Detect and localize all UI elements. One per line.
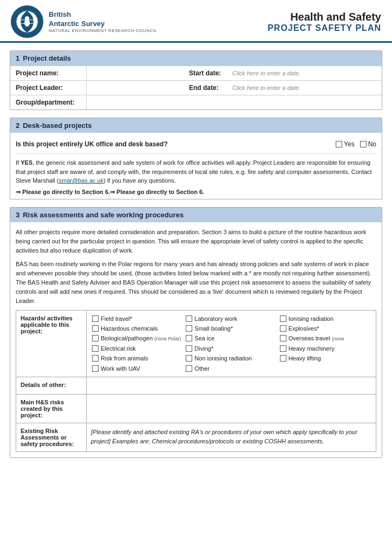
page-body: 1 Project details Project name: Start da… bbox=[0, 43, 392, 479]
desk-question-label: Is this project entirely UK office and d… bbox=[16, 140, 168, 148]
existing-ra-row: Existing Risk Assessments or safety proc… bbox=[16, 423, 376, 452]
section-2-title: Desk-based projects bbox=[23, 121, 92, 130]
electrical-label: Electrical risk bbox=[101, 345, 136, 352]
diving-checkbox[interactable] bbox=[186, 345, 192, 352]
hazard-hazardous-chemicals[interactable]: Hazardous chemicals bbox=[92, 325, 182, 332]
section-1: 1 Project details Project name: Start da… bbox=[10, 50, 382, 110]
electrical-checkbox[interactable] bbox=[92, 345, 99, 352]
section-1-number: 1 bbox=[16, 54, 19, 62]
org-name: British Antarctic Survey bbox=[49, 10, 158, 29]
hazard-field-travel[interactable]: Field travel* bbox=[92, 315, 182, 322]
group-department-label: Group/department: bbox=[10, 95, 86, 110]
page-title: Health and Safety bbox=[267, 11, 381, 23]
end-date-label: End date: bbox=[184, 81, 227, 95]
laboratory-checkbox[interactable] bbox=[186, 315, 192, 322]
hazard-other[interactable]: Other bbox=[186, 365, 276, 372]
yes-checkbox-item[interactable]: Yes bbox=[336, 140, 355, 148]
start-date-value[interactable]: Click here to enter a date. bbox=[227, 66, 382, 81]
details-other-value[interactable] bbox=[87, 377, 376, 395]
heavy-lifting-checkbox[interactable] bbox=[280, 355, 286, 362]
desk-question-row: Is this project entirely UK office and d… bbox=[16, 138, 376, 154]
section-3-header: 3 Risk assessments and safe working proc… bbox=[10, 208, 382, 222]
hazard-diving[interactable]: Diving* bbox=[186, 345, 276, 352]
ionising-label: Ionising radiation bbox=[289, 315, 334, 322]
main-risks-value[interactable] bbox=[87, 395, 376, 423]
laboratory-label: Laboratory work bbox=[194, 315, 237, 322]
sec3-intro-1: All other projects require more detailed… bbox=[16, 228, 376, 255]
hazards-row: Hazards/ activities applicable to this p… bbox=[16, 310, 376, 377]
hazard-uav[interactable]: Work with UAV bbox=[92, 365, 182, 372]
project-leader-value[interactable] bbox=[86, 81, 184, 95]
section-3-body: All other projects require more detailed… bbox=[10, 222, 382, 458]
non-ionising-checkbox[interactable] bbox=[186, 355, 192, 362]
hazard-small-boating[interactable]: Small boating* bbox=[186, 325, 276, 332]
ionising-checkbox[interactable] bbox=[280, 315, 286, 322]
non-ionising-label: Non ionising radiation bbox=[194, 354, 252, 362]
project-leader-label: Project Leader: bbox=[10, 81, 86, 95]
small-boating-checkbox[interactable] bbox=[186, 325, 192, 332]
hazards-table: Hazards/ activities applicable to this p… bbox=[16, 310, 376, 452]
details-other-row: Details of other: bbox=[16, 377, 376, 395]
hazardous-chemicals-checkbox[interactable] bbox=[92, 325, 99, 332]
hazard-biological[interactable]: Biological/pathogen (none Polar) bbox=[92, 334, 182, 343]
other-checkbox[interactable] bbox=[186, 365, 192, 372]
heavy-lifting-label: Heavy lifting bbox=[289, 354, 321, 362]
start-date-label: Start date: bbox=[184, 66, 227, 81]
no-label: No bbox=[368, 140, 376, 148]
hazard-risk-animals[interactable]: Risk from animals bbox=[92, 354, 182, 362]
existing-ra-label: Existing Risk Assessments or safety proc… bbox=[16, 423, 87, 452]
hazard-laboratory[interactable]: Laboratory work bbox=[186, 315, 276, 322]
hazard-ionising[interactable]: Ionising radiation bbox=[280, 315, 370, 322]
uav-label: Work with UAV bbox=[101, 365, 140, 372]
hazards-label: Hazards/ activities applicable to this p… bbox=[16, 310, 87, 377]
project-name-value[interactable] bbox=[86, 66, 184, 81]
logo-area: British Antarctic Survey NATURAL ENVIRON… bbox=[11, 5, 158, 38]
hazardous-chemicals-label: Hazardous chemicals bbox=[101, 325, 158, 332]
hazard-non-ionising[interactable]: Non ionising radiation bbox=[186, 354, 276, 362]
main-risks-label: Main H&S risks created by this project: bbox=[16, 395, 87, 423]
hazard-heavy-lifting[interactable]: Heavy lifting bbox=[280, 354, 370, 362]
uav-checkbox[interactable] bbox=[92, 365, 99, 372]
email-link[interactable]: smar@bas.ac.uk bbox=[58, 177, 103, 184]
section-3: 3 Risk assessments and safe working proc… bbox=[10, 207, 382, 459]
hazard-heavy-machinery[interactable]: Heavy machinery bbox=[280, 345, 370, 352]
hazard-electrical[interactable]: Electrical risk bbox=[92, 345, 182, 352]
risk-animals-checkbox[interactable] bbox=[92, 355, 99, 362]
page-subtitle: PROJECT SAFETY PLAN bbox=[267, 23, 381, 33]
no-checkbox-item[interactable]: No bbox=[360, 140, 376, 148]
bas-logo bbox=[11, 5, 43, 38]
project-leader-row: Project Leader: End date: Click here to … bbox=[10, 81, 382, 95]
hazard-grid: Field travel* Laboratory work Ionising r… bbox=[89, 314, 374, 373]
sec2-arrow: ⇒ Please go directly to Section 6.⇒ Plea… bbox=[16, 189, 376, 196]
yes-checkbox[interactable] bbox=[336, 141, 342, 147]
group-department-value[interactable] bbox=[86, 95, 382, 110]
sea-ice-label: Sea ice bbox=[194, 334, 214, 342]
hazard-sea-ice[interactable]: Sea ice bbox=[186, 334, 276, 343]
sea-ice-checkbox[interactable] bbox=[186, 335, 192, 341]
heavy-machinery-checkbox[interactable] bbox=[280, 345, 286, 352]
other-label: Other bbox=[194, 365, 210, 372]
logo-text: British Antarctic Survey NATURAL ENVIRON… bbox=[49, 10, 158, 34]
section-1-title: Project details bbox=[23, 54, 71, 62]
header-right: Health and Safety PROJECT SAFETY PLAN bbox=[267, 11, 381, 33]
section-2-number: 2 bbox=[16, 121, 19, 130]
risk-animals-label: Risk from animals bbox=[101, 354, 148, 362]
small-boating-label: Small boating* bbox=[194, 325, 233, 332]
biological-checkbox[interactable] bbox=[92, 335, 99, 341]
section-3-number: 3 bbox=[16, 211, 19, 219]
no-checkbox[interactable] bbox=[360, 141, 367, 147]
section-2-body: Is this project entirely UK office and d… bbox=[10, 133, 382, 199]
existing-ra-value[interactable]: [Please identify and attached existing R… bbox=[87, 423, 376, 452]
footer-spacer bbox=[10, 466, 382, 471]
main-risks-row: Main H&S risks created by this project: bbox=[16, 395, 376, 423]
page-header: British Antarctic Survey NATURAL ENVIRON… bbox=[0, 0, 392, 43]
svg-point-3 bbox=[25, 16, 29, 21]
hazard-overseas-travel[interactable]: Overseas travel (none bbox=[280, 334, 370, 343]
hazard-explosives[interactable]: Explosives* bbox=[280, 325, 370, 332]
field-travel-checkbox[interactable] bbox=[92, 315, 99, 322]
overseas-travel-checkbox[interactable] bbox=[280, 335, 286, 341]
end-date-value[interactable]: Click here to enter a date. bbox=[227, 81, 382, 95]
section-3-title: Risk assessments and safe working proced… bbox=[23, 211, 184, 219]
explosives-checkbox[interactable] bbox=[280, 325, 286, 332]
details-other-label: Details of other: bbox=[16, 377, 87, 395]
